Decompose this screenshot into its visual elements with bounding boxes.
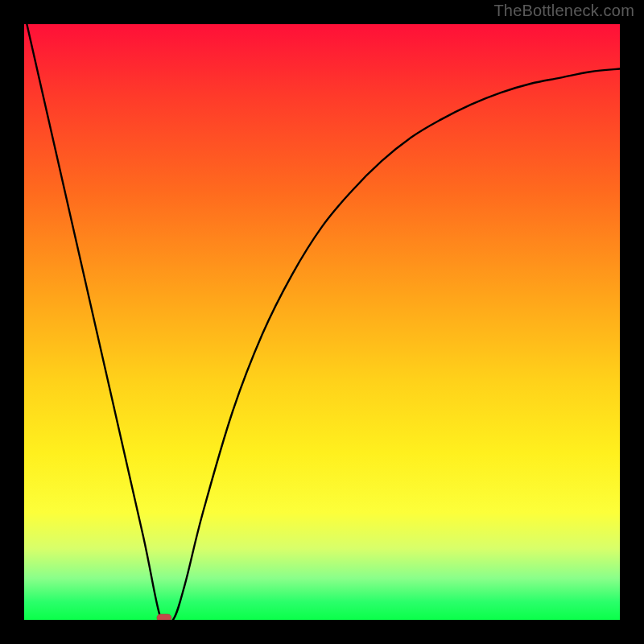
watermark-label: TheBottleneck.com [493, 2, 634, 20]
minimum-marker [157, 614, 171, 620]
curve-line [24, 24, 620, 620]
chart-frame: TheBottleneck.com [0, 0, 644, 644]
chart-svg [24, 24, 620, 620]
plot-area [24, 24, 620, 620]
